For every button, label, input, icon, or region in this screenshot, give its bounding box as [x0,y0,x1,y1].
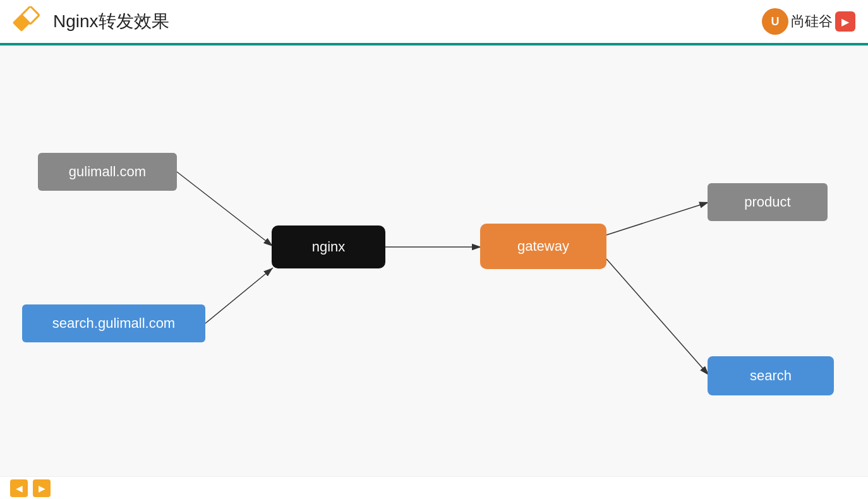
header: Nginx转发效果 U 尚硅谷 ▶ [0,0,868,45]
node-nginx: nginx [272,225,385,268]
node-gulimall: gulimall.com [38,153,177,191]
node-product: product [708,183,828,221]
page-title: Nginx转发效果 [53,9,169,33]
svg-line-6 [606,202,709,235]
prev-arrow[interactable]: ◀ [10,479,28,497]
brand-logo: U 尚硅谷 ▶ [762,8,855,35]
arrows-svg [0,45,868,499]
brand-circle: U [762,8,788,35]
logo-icon [13,6,43,37]
node-gateway: gateway [480,224,606,269]
svg-line-7 [606,259,709,375]
brand-text: 尚硅谷 [791,12,833,31]
brand-initial: U [771,15,780,28]
node-search: search [708,356,834,395]
svg-line-4 [205,268,273,323]
bottom-bar: ◀ ▶ [0,476,868,499]
header-left: Nginx转发效果 [13,6,169,37]
brand-badge: ▶ [835,11,855,32]
svg-line-3 [177,172,273,246]
next-arrow[interactable]: ▶ [33,479,51,497]
node-search-gulimall: search.gulimall.com [22,304,205,342]
diagram-area: gulimall.com search.gulimall.com nginx g… [0,45,868,499]
